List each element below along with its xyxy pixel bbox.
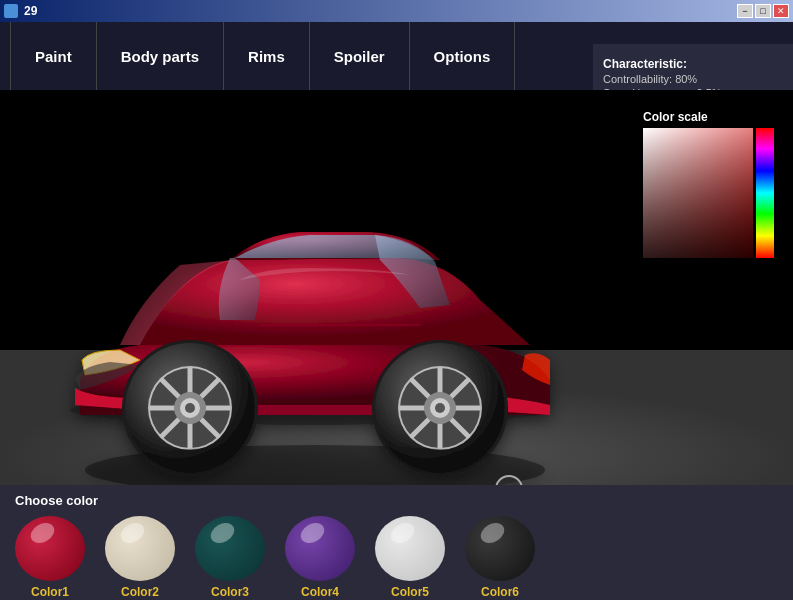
title-bar: 29 − □ ✕: [0, 0, 793, 22]
swatch-label-4: Color4: [301, 585, 339, 599]
color-scale-gradient[interactable]: [643, 128, 753, 258]
color-swatches: Color1 Color2 Color3 Color4 Color5 Color…: [15, 516, 778, 599]
title-bar-buttons: − □ ✕: [737, 4, 789, 18]
swatch-ball-4: [285, 516, 355, 581]
color-swatch-5[interactable]: Color5: [375, 516, 445, 599]
window-title: 29: [24, 4, 37, 18]
svg-point-25: [435, 403, 445, 413]
color-swatch-1[interactable]: Color1: [15, 516, 85, 599]
swatch-ball-6: [465, 516, 535, 581]
close-button[interactable]: ✕: [773, 4, 789, 18]
color-hue-bar[interactable]: [756, 128, 774, 258]
menu-item-rims[interactable]: Rims: [224, 22, 310, 90]
characteristic-title: Characteristic:: [603, 57, 783, 71]
color-swatch-3[interactable]: Color3: [195, 516, 265, 599]
app-icon: [4, 4, 18, 18]
controllability-text: Controllability: 80%: [603, 73, 783, 85]
swatch-label-1: Color1: [31, 585, 69, 599]
maximize-button[interactable]: □: [755, 4, 771, 18]
choose-color-label: Choose color: [15, 493, 778, 508]
swatch-ball-1: [15, 516, 85, 581]
color-swatch-2[interactable]: Color2: [105, 516, 175, 599]
menu-item-body-parts[interactable]: Body parts: [97, 22, 224, 90]
menu-item-spoiler[interactable]: Spoiler: [310, 22, 410, 90]
viewport: + Color scale: [0, 90, 793, 485]
swatch-ball-5: [375, 516, 445, 581]
swatch-ball-2: [105, 516, 175, 581]
title-bar-left: 29: [4, 4, 37, 18]
swatch-label-5: Color5: [391, 585, 429, 599]
minimize-button[interactable]: −: [737, 4, 753, 18]
color-swatch-6[interactable]: Color6: [465, 516, 535, 599]
menu-item-paint[interactable]: Paint: [10, 22, 97, 90]
color-scale-container: [643, 128, 783, 258]
swatch-label-6: Color6: [481, 585, 519, 599]
svg-point-14: [185, 403, 195, 413]
menu-item-options[interactable]: Options: [410, 22, 516, 90]
color-scale-label: Color scale: [643, 110, 783, 124]
color-swatch-4[interactable]: Color4: [285, 516, 355, 599]
swatch-label-3: Color3: [211, 585, 249, 599]
swatch-ball-3: [195, 516, 265, 581]
bottom-panel: Choose color Color1 Color2 Color3 Color4…: [0, 485, 793, 600]
swatch-label-2: Color2: [121, 585, 159, 599]
color-scale-panel: Color scale: [643, 110, 783, 258]
